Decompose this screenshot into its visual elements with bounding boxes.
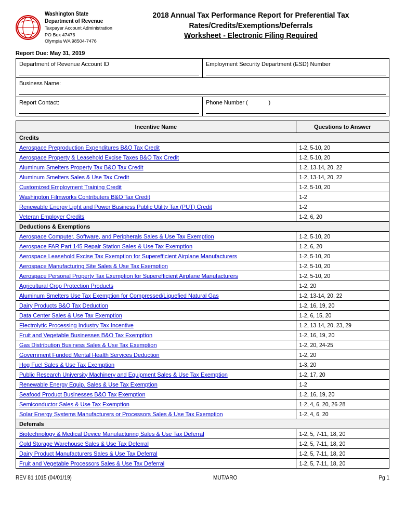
- table-row: Customized Employment Training Credit 1-…: [16, 182, 389, 192]
- deduction-name[interactable]: Dairy Products B&O Tax Deduction: [16, 300, 296, 310]
- deduction-name[interactable]: Data Center Sales & Use Tax Exemption: [16, 310, 296, 320]
- deduction-questions: 1-2, 20, 24-25: [296, 340, 389, 350]
- deduction-questions: 1-2, 4, 6, 20: [296, 409, 389, 419]
- deduction-name[interactable]: Fruit and Vegetable Businesses B&O Tax E…: [16, 330, 296, 340]
- credit-name[interactable]: Aerospace Property & Leasehold Excise Ta…: [16, 152, 296, 162]
- table-row: Agricultural Crop Protection Products 1-…: [16, 281, 389, 290]
- deduction-name[interactable]: Aerospace FAR Part 145 Repair Station Sa…: [16, 241, 296, 251]
- deduction-name[interactable]: Public Research University Machinery and…: [16, 369, 296, 379]
- col-questions-header: Questions to Answer: [296, 121, 389, 132]
- credit-questions: 1-2: [296, 192, 389, 202]
- credit-name[interactable]: Aluminum Smelters Property Tax B&O Tax C…: [16, 162, 296, 172]
- deferral-name[interactable]: Dairy Product Manufacturers Sales & Use …: [16, 448, 296, 458]
- table-row: Cold Storage Warehouse Sales & Use Tax D…: [16, 438, 389, 448]
- table-row: Aerospace Manufacturing Site Sales & Use…: [16, 261, 389, 271]
- deduction-name[interactable]: Electrolytic Processing Industry Tax Inc…: [16, 320, 296, 330]
- agency-name-line1: Washington State: [45, 10, 112, 18]
- deduction-questions: 1-2, 16, 19, 20: [296, 300, 389, 310]
- deductions-header: Deductions & Exemptions: [16, 221, 389, 231]
- deduction-name[interactable]: Gas Distribution Business Sales & Use Ta…: [16, 340, 296, 350]
- table-row: Aerospace Property & Leasehold Excise Ta…: [16, 152, 389, 162]
- credit-name[interactable]: Customized Employment Training Credit: [16, 182, 296, 192]
- deferral-questions: 1-2, 5, 7-11, 18, 20: [296, 429, 389, 438]
- agency-sub2: PO Box 47476: [45, 32, 112, 38]
- agency-sub1: Taxpayer Account Administration: [45, 25, 112, 32]
- col-incentive-header: Incentive Name: [16, 121, 296, 132]
- credit-name[interactable]: Aerospace Preproduction Expenditures B&O…: [16, 142, 296, 152]
- phone-label: Phone Number (: [206, 99, 248, 105]
- deduction-questions: 1-2, 5-10, 20: [296, 271, 389, 281]
- table-row: Washington Filmworks Contributers B&O Ta…: [16, 192, 389, 202]
- deferral-name[interactable]: Cold Storage Warehouse Sales & Use Tax D…: [16, 438, 296, 448]
- table-row: Aluminum Smelters Use Tax Exemption for …: [16, 290, 389, 300]
- deduction-questions: 1-2, 13-14, 20, 23, 29: [296, 320, 389, 330]
- credit-questions: 1-2: [296, 202, 389, 211]
- deduction-name[interactable]: Renewable Energy Equip. Sales & Use Tax …: [16, 379, 296, 389]
- deduction-questions: 1-2, 6, 20: [296, 241, 389, 251]
- deferral-name[interactable]: Fruit and Vegetable Processors Sales & U…: [16, 458, 296, 468]
- credits-header: Credits: [16, 132, 389, 142]
- deduction-questions: 1-2, 5-10, 20: [296, 231, 389, 241]
- table-row: Renewable Energy Equip. Sales & Use Tax …: [16, 379, 389, 389]
- deduction-name[interactable]: Agricultural Crop Protection Products: [16, 281, 296, 290]
- table-row: Fruit and Vegetable Businesses B&O Tax E…: [16, 330, 389, 340]
- table-row: Hog Fuel Sales & Use Tax Exemption 1-3, …: [16, 360, 389, 369]
- credit-name[interactable]: Renewable Energy Light and Power Busines…: [16, 202, 296, 211]
- table-row: Aerospace FAR Part 145 Repair Station Sa…: [16, 241, 389, 251]
- deduction-name[interactable]: Seafood Product Businesses B&O Tax Exemp…: [16, 389, 296, 399]
- credit-questions: 1-2, 5-10, 20: [296, 152, 389, 162]
- table-row: Renewable Energy Light and Power Busines…: [16, 202, 389, 211]
- table-row: Veteran Employer Credits 1-2, 6, 20: [16, 211, 389, 221]
- table-row: Aerospace Preproduction Expenditures B&O…: [16, 142, 389, 152]
- deduction-name[interactable]: Aerospace Personal Property Tax Exemptio…: [16, 271, 296, 281]
- table-row: Public Research University Machinery and…: [16, 369, 389, 379]
- deduction-name[interactable]: Semiconductor Sales & Use Tax Exemption: [16, 399, 296, 409]
- deduction-name[interactable]: Aerospace Manufacturing Site Sales & Use…: [16, 261, 296, 271]
- table-row: Government Funded Mental Health Services…: [16, 350, 389, 360]
- deduction-questions: 1-2, 5-10, 20: [296, 261, 389, 271]
- table-row: Dairy Product Manufacturers Sales & Use …: [16, 448, 389, 458]
- table-row: Biotechnology & Medical Device Manufactu…: [16, 429, 389, 438]
- account-id-label: Department of Revenue Account ID: [19, 61, 109, 67]
- credit-questions: 1-2, 6, 20: [296, 211, 389, 221]
- deduction-name[interactable]: Hog Fuel Sales & Use Tax Exemption: [16, 360, 296, 369]
- agency-logo: [16, 15, 41, 40]
- table-row: Data Center Sales & Use Tax Exemption 1-…: [16, 310, 389, 320]
- deduction-name[interactable]: Solar Energy Systems Manufacturers or Pr…: [16, 409, 296, 419]
- agency-text: Washington State Department of Revenue T…: [45, 10, 112, 45]
- deduction-name[interactable]: Aluminum Smelters Use Tax Exemption for …: [16, 290, 296, 300]
- deferral-questions: 1-2, 5, 7-11, 18, 20: [296, 448, 389, 458]
- incentives-table: Incentive Name Questions to Answer Credi…: [16, 121, 389, 469]
- credit-questions: 1-2, 5-10, 20: [296, 182, 389, 192]
- report-due-label: Report Due: May 31, 2019: [16, 50, 389, 56]
- logo-area: Washington State Department of Revenue T…: [16, 10, 112, 45]
- deduction-questions: 1-2, 16, 19, 20: [296, 389, 389, 399]
- table-row: Fruit and Vegetable Processors Sales & U…: [16, 458, 389, 468]
- table-row: Gas Distribution Business Sales & Use Ta…: [16, 340, 389, 350]
- business-name-field[interactable]: [19, 87, 386, 95]
- deduction-name[interactable]: Aerospace Computer, Software, and Periph…: [16, 231, 296, 241]
- phone-field[interactable]: [206, 107, 386, 114]
- deduction-name[interactable]: Aerospace Leasehold Excise Tax Exemption…: [16, 251, 296, 261]
- credit-name[interactable]: Aluminum Smelters Sales & Use Tax Credit: [16, 172, 296, 182]
- deferral-questions: 1-2, 5, 7-11, 18, 20: [296, 458, 389, 468]
- account-id-field[interactable]: [19, 68, 199, 75]
- table-row: Dairy Products B&O Tax Deduction 1-2, 16…: [16, 300, 389, 310]
- footer-code: MUT/ARO: [213, 475, 237, 481]
- deduction-name[interactable]: Government Funded Mental Health Services…: [16, 350, 296, 360]
- deferral-name[interactable]: Biotechnology & Medical Device Manufactu…: [16, 429, 296, 438]
- esd-field[interactable]: [206, 68, 386, 75]
- deduction-questions: 1-2, 20: [296, 350, 389, 360]
- table-row: Electrolytic Processing Industry Tax Inc…: [16, 320, 389, 330]
- table-row: Seafood Product Businesses B&O Tax Exemp…: [16, 389, 389, 399]
- credit-name[interactable]: Washington Filmworks Contributers B&O Ta…: [16, 192, 296, 202]
- deduction-questions: 1-2, 5-10, 20: [296, 251, 389, 261]
- credit-name[interactable]: Veteran Employer Credits: [16, 211, 296, 221]
- table-row: Aerospace Leasehold Excise Tax Exemption…: [16, 251, 389, 261]
- page-title-area: 2018 Annual Tax Performance Report for P…: [112, 10, 389, 41]
- report-contact-field[interactable]: [19, 107, 199, 114]
- credit-questions: 1-2, 13-14, 20, 22: [296, 162, 389, 172]
- business-name-label: Business Name:: [19, 80, 61, 86]
- deduction-questions: 1-2, 6, 15, 20: [296, 310, 389, 320]
- deferrals-header: Deferrals: [16, 419, 389, 429]
